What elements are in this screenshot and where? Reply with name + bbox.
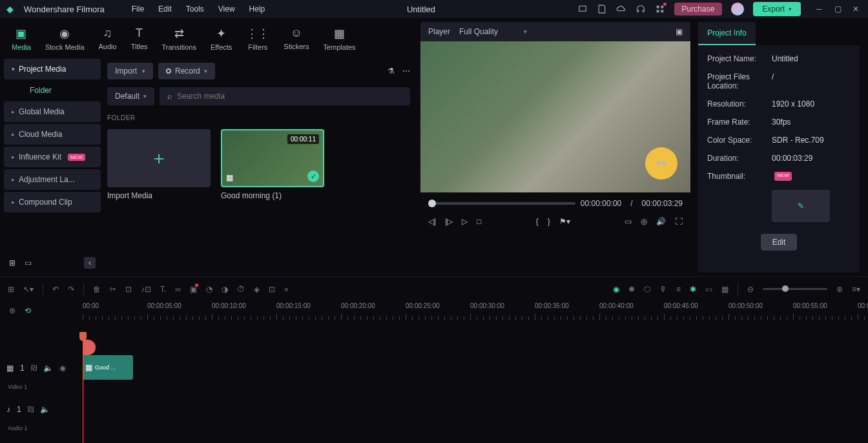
cursor-icon[interactable]: ↖▾ xyxy=(23,285,34,294)
edit-button[interactable]: Edit xyxy=(761,234,798,251)
tab-audio[interactable]: ♫Audio xyxy=(99,26,117,50)
marker-dropdown-icon[interactable]: ⚑▾ xyxy=(559,217,570,226)
split-icon[interactable]: ✂ xyxy=(110,285,116,294)
user-avatar[interactable] xyxy=(731,3,744,15)
preview-scrubber[interactable] xyxy=(428,202,575,205)
filter-icon[interactable]: ⚗ xyxy=(388,67,395,76)
menu-tools[interactable]: Tools xyxy=(186,5,204,14)
sidebar-compound-clip[interactable]: ▸Compound Clip xyxy=(4,192,101,212)
zoom-out-icon[interactable]: ⊖ xyxy=(747,285,754,294)
menu-file[interactable]: File xyxy=(132,5,144,14)
preview-video[interactable]: •• xyxy=(420,41,690,192)
thumbnail-box[interactable]: ✎ xyxy=(772,190,830,222)
lock-icon[interactable]: ₪ xyxy=(31,364,37,373)
menu-edit[interactable]: Edit xyxy=(158,5,172,14)
stop-button[interactable]: □ xyxy=(477,217,481,226)
bug-icon[interactable]: ✱ xyxy=(690,285,696,294)
mic-icon[interactable]: 🎙 xyxy=(659,285,667,294)
tab-transitions[interactable]: ⇄Transitions xyxy=(162,26,196,51)
sidebar-folder[interactable]: Folder xyxy=(4,81,101,99)
timer-icon[interactable]: ⏱ xyxy=(237,285,245,294)
snapshot-icon[interactable]: ▣ xyxy=(676,27,683,36)
new-bin-icon[interactable]: ⊞ xyxy=(9,258,16,267)
tab-stickers[interactable]: ☺Stickers xyxy=(284,26,309,50)
media-clip-tile[interactable]: 00:00:11 ▦ ✓ Good morning (1) xyxy=(221,129,324,200)
redo-icon[interactable]: ↷ xyxy=(68,285,74,294)
menu-help[interactable]: Help xyxy=(249,5,265,14)
export-button[interactable]: Export▾ xyxy=(753,2,801,16)
minimize-button[interactable]: ─ xyxy=(816,5,825,14)
close-button[interactable]: ✕ xyxy=(852,5,862,14)
lens-icon[interactable]: ✺ xyxy=(628,285,635,294)
layout-icon[interactable]: ⊞ xyxy=(8,285,14,294)
audio-track-content[interactable] xyxy=(83,394,868,425)
zoom-handle[interactable] xyxy=(782,285,789,292)
link-icon[interactable]: ∞ xyxy=(175,285,181,294)
import-dropdown[interactable]: Import▾ xyxy=(107,63,153,79)
search-box[interactable]: ⌕ xyxy=(160,87,410,105)
mute-icon[interactable]: 🔈 xyxy=(40,405,50,414)
sidebar-global-media[interactable]: ▸Global Media xyxy=(4,101,101,122)
mark-in-icon[interactable]: { xyxy=(536,217,539,226)
crop-icon[interactable]: ⊡ xyxy=(125,285,132,294)
sidebar-cloud-media[interactable]: ▸Cloud Media xyxy=(4,124,101,145)
prev-frame-icon[interactable]: ◁| xyxy=(428,217,436,226)
collapse-sidebar-button[interactable]: ‹ xyxy=(84,257,96,269)
search-input[interactable] xyxy=(177,92,402,101)
sidebar-adjustment-layer[interactable]: ▸Adjustment La... xyxy=(4,169,101,190)
headphones-icon[interactable] xyxy=(636,4,646,14)
tab-effects[interactable]: ✦Effects xyxy=(211,26,232,51)
scrub-handle[interactable] xyxy=(428,200,436,207)
time-ruler[interactable]: 00:0000:00:05:0000:00:10:0000:00:15:0000… xyxy=(83,301,868,320)
fullscreen-icon[interactable]: ⛶ xyxy=(675,217,683,226)
playhead[interactable] xyxy=(83,336,83,443)
link-track-icon[interactable]: ⟲ xyxy=(25,306,31,315)
video-clip[interactable]: ▦ Good ... xyxy=(83,355,133,380)
grid-icon[interactable]: ▦ xyxy=(721,285,728,294)
keyframe-icon[interactable]: ◈ xyxy=(254,285,260,294)
camera-icon[interactable]: ◎ xyxy=(641,217,647,226)
eye-icon[interactable]: ◉ xyxy=(59,364,66,373)
text-icon[interactable]: T. xyxy=(160,285,166,294)
mark-out-icon[interactable]: } xyxy=(548,217,550,226)
tab-titles[interactable]: TTitles xyxy=(131,26,148,50)
delete-icon[interactable]: 🗑 xyxy=(93,285,101,294)
mute-icon[interactable]: 🔈 xyxy=(43,364,53,373)
film-crop-icon[interactable]: ▣ xyxy=(190,285,197,294)
tab-stock-media[interactable]: ◉Stock Media xyxy=(45,26,85,51)
device-icon[interactable] xyxy=(577,4,588,14)
volume-icon[interactable]: 🔊 xyxy=(656,217,666,226)
more-icon[interactable]: ⋯ xyxy=(402,67,410,76)
tab-templates[interactable]: ▦Templates xyxy=(323,26,355,51)
cloud-icon[interactable] xyxy=(616,4,626,14)
undo-icon[interactable]: ↶ xyxy=(52,285,59,294)
lock-icon[interactable]: ₪ xyxy=(28,405,34,414)
play-button[interactable]: ▷ xyxy=(462,217,468,226)
record-dropdown[interactable]: Record▾ xyxy=(158,63,215,79)
sidebar-project-media[interactable]: ▾Project Media xyxy=(4,59,101,79)
import-media-tile[interactable]: ＋ Import Media xyxy=(107,129,211,200)
speed-icon[interactable]: ◔ xyxy=(206,285,212,294)
view-mode-icon[interactable]: ≡▾ xyxy=(852,285,860,294)
mask-icon[interactable]: ♪⊡ xyxy=(141,285,151,294)
tab-filters[interactable]: ⋮⋮Filters xyxy=(246,26,269,51)
tab-project-info[interactable]: Project Info xyxy=(698,22,756,45)
marker-icon[interactable]: ⬡ xyxy=(644,285,650,294)
display-icon[interactable]: ▭ xyxy=(625,217,632,226)
save-icon[interactable] xyxy=(597,4,607,14)
quality-dropdown[interactable]: Full Quality▾ xyxy=(459,27,527,36)
tab-media[interactable]: ▣Media xyxy=(12,26,31,51)
color-icon[interactable]: ◑ xyxy=(222,285,228,294)
menu-view[interactable]: View xyxy=(218,5,235,14)
play-icon[interactable]: |▷ xyxy=(445,217,453,226)
preview-tab[interactable]: Player xyxy=(428,27,450,36)
purchase-button[interactable]: Purchase xyxy=(674,3,723,15)
track-add-icon[interactable]: ⊕ xyxy=(9,306,16,315)
zoom-in-icon[interactable]: ⊕ xyxy=(836,285,843,294)
sidebar-influence-kit[interactable]: ▸Influence KitNEW xyxy=(4,147,101,167)
sort-dropdown[interactable]: Default▾ xyxy=(107,87,154,105)
video-track-content[interactable]: ▦ Good ... xyxy=(83,353,868,384)
maximize-button[interactable]: ▢ xyxy=(834,5,843,14)
more-tools-icon[interactable]: » xyxy=(284,285,289,294)
apps-icon[interactable] xyxy=(655,4,665,14)
